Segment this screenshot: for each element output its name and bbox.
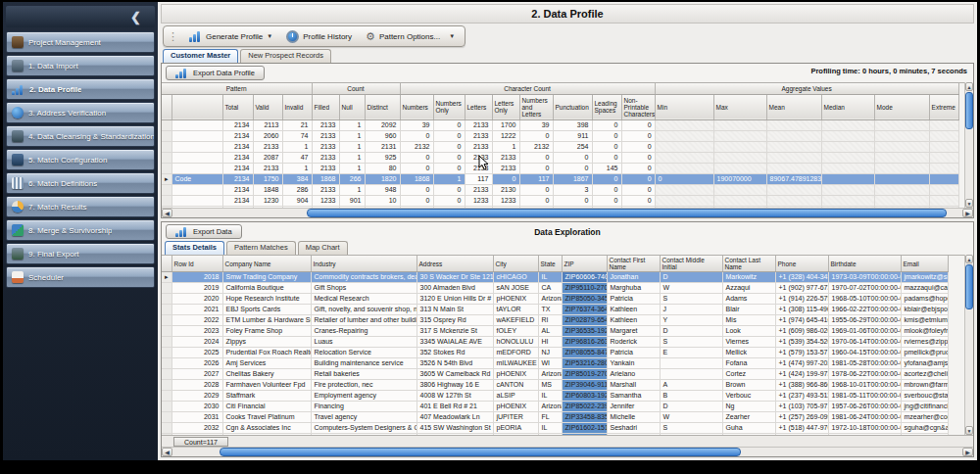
cell[interactable] bbox=[172, 152, 222, 163]
cell[interactable]: Medical Research bbox=[311, 294, 416, 305]
column-header[interactable]: ZIP bbox=[562, 256, 607, 272]
cell[interactable]: TX bbox=[538, 305, 562, 315]
column-header[interactable]: Null bbox=[339, 94, 365, 119]
cell[interactable]: 1972-10-18T00:00:00-05:00 bbox=[828, 423, 901, 434]
cell[interactable]: 2130 bbox=[492, 184, 519, 195]
cell[interactable]: ZIP76374-3642 bbox=[562, 305, 607, 315]
profile-row[interactable]: ▸Code21341750384186826618201868111701171… bbox=[162, 173, 958, 184]
cell[interactable]: 2031 bbox=[172, 412, 222, 423]
column-header[interactable]: Non-Printable Characters bbox=[621, 94, 655, 119]
cell[interactable]: 4008 W 127th St bbox=[416, 391, 493, 402]
column-header[interactable]: Numbers bbox=[400, 94, 433, 119]
sidebar-item-2-data-profile[interactable]: 2. Data Profile bbox=[6, 78, 155, 100]
collapse-chevron-icon[interactable]: ❮ bbox=[130, 10, 141, 24]
cell[interactable]: 1233 bbox=[492, 195, 519, 206]
column-header[interactable]: Mean bbox=[766, 94, 821, 119]
cell[interactable] bbox=[713, 184, 766, 195]
cell[interactable]: 1750 bbox=[253, 173, 282, 184]
cell[interactable]: 0 bbox=[621, 119, 655, 130]
cell[interactable]: 0 bbox=[519, 163, 553, 173]
cell[interactable]: +1 (914) 226-5751 bbox=[775, 294, 828, 305]
cell[interactable]: 2134 bbox=[222, 141, 253, 152]
cell[interactable]: Cooks Travel Platinum bbox=[222, 412, 311, 423]
cell[interactable]: 3345 WAIALAE AVE bbox=[416, 337, 493, 348]
profile-row[interactable]: 213418482862133194800213321300300 bbox=[162, 184, 958, 195]
cell[interactable]: FL bbox=[538, 412, 562, 423]
cell[interactable] bbox=[713, 195, 766, 206]
cell[interactable]: 190070000 bbox=[713, 173, 766, 184]
column-header[interactable]: Contact Middle Initial bbox=[660, 256, 722, 272]
column-header[interactable] bbox=[172, 94, 222, 119]
cell[interactable]: 0 bbox=[621, 130, 655, 141]
cell[interactable] bbox=[172, 163, 222, 173]
sidebar-item-5-match-configuration[interactable]: 5. Match Configuration bbox=[6, 149, 155, 170]
tab-pattern-matches[interactable]: Pattern Matches bbox=[226, 241, 296, 255]
cell[interactable]: 0 bbox=[400, 206, 433, 208]
scroll-down-icon[interactable]: ▼ bbox=[965, 199, 973, 208]
cell[interactable]: 948 bbox=[365, 184, 400, 195]
pattern-options-button[interactable]: ⚙ Pattern Options... bbox=[361, 29, 445, 44]
exploration-row[interactable]: 2027Chelitas BakeryRetail bakeries3605 W… bbox=[162, 369, 948, 380]
cell[interactable]: ETM Lumber & Hardware Supplies bbox=[222, 315, 311, 326]
cell[interactable]: 401 E Bell Rd # 21 bbox=[416, 402, 493, 412]
cell[interactable]: 0 bbox=[592, 195, 621, 206]
cell[interactable]: Azzaqui bbox=[722, 283, 775, 294]
cell[interactable]: 2026 bbox=[172, 358, 222, 369]
cell[interactable]: D bbox=[660, 272, 722, 283]
cell[interactable]: 0 bbox=[400, 152, 433, 163]
cell[interactable] bbox=[660, 369, 722, 380]
cell[interactable]: ZIP96816-2632 bbox=[562, 337, 607, 348]
cell[interactable]: 960 bbox=[365, 130, 400, 141]
sidebar-item-project-management[interactable]: Project Management bbox=[6, 31, 155, 53]
cell[interactable]: 2113 bbox=[253, 119, 282, 130]
cell[interactable]: 0 bbox=[400, 163, 433, 173]
cell[interactable]: 2133 bbox=[312, 206, 339, 208]
cell[interactable]: 0 bbox=[553, 195, 592, 206]
cell[interactable]: 2134 bbox=[222, 119, 253, 130]
cell[interactable]: ZIP61602-1514 bbox=[562, 423, 607, 434]
cell[interactable]: Sholanda bbox=[607, 434, 660, 436]
cell[interactable]: rviernes@zippy bbox=[901, 337, 948, 348]
cell[interactable]: 39 bbox=[400, 119, 433, 130]
cell[interactable]: 0 bbox=[621, 195, 655, 206]
cell[interactable]: 2132 bbox=[519, 141, 553, 152]
profile-history-button[interactable]: Profile History bbox=[281, 28, 357, 45]
cell[interactable] bbox=[874, 206, 929, 208]
cell[interactable]: Jennifer bbox=[607, 402, 660, 412]
column-header[interactable]: Min bbox=[655, 94, 713, 119]
cell[interactable]: 0 bbox=[519, 206, 553, 208]
exploration-row[interactable]: 2020Hope Research InstituteMedical Resea… bbox=[162, 294, 948, 305]
cell[interactable]: 1970-07-02T00:00:00-05:00 bbox=[828, 283, 901, 294]
cell[interactable] bbox=[172, 184, 222, 195]
cell[interactable]: 2133 bbox=[492, 163, 519, 173]
exploration-vertical-scrollbar[interactable]: ▲ ▼ bbox=[964, 255, 973, 435]
cell[interactable]: 2133 bbox=[312, 152, 339, 163]
cell[interactable]: mlook@foleyfr bbox=[901, 326, 948, 337]
cell[interactable]: wAKEFIELD bbox=[493, 315, 538, 326]
cell[interactable]: +1 (388) 966-8663 bbox=[775, 380, 828, 391]
cell[interactable]: 2030 bbox=[172, 402, 222, 412]
cell[interactable]: 145 bbox=[592, 163, 621, 173]
column-header[interactable]: Leading Spaces bbox=[592, 94, 621, 119]
cell[interactable]: 591 bbox=[282, 206, 312, 208]
export-data-button[interactable]: Export Data bbox=[166, 224, 242, 239]
cell[interactable]: Margaret bbox=[607, 326, 660, 337]
profile-row[interactable]: 21342133121331800021332133001450 bbox=[162, 163, 958, 173]
cell[interactable]: 1970-06-14T00:00:00-05:00 bbox=[828, 337, 901, 348]
column-header[interactable]: Max bbox=[713, 94, 766, 119]
cell[interactable]: 300 Almaden Blvd bbox=[416, 283, 493, 294]
cell[interactable] bbox=[766, 206, 821, 208]
cell[interactable]: 0 bbox=[433, 119, 465, 130]
cell[interactable]: 1700 bbox=[492, 119, 519, 130]
cell[interactable]: 0 bbox=[592, 130, 621, 141]
cell[interactable]: 1230 bbox=[253, 195, 282, 206]
cell[interactable]: 0 bbox=[400, 130, 433, 141]
cell[interactable]: Shoes-Retail bbox=[311, 434, 416, 436]
cell[interactable]: Cortez bbox=[722, 369, 775, 380]
column-header[interactable]: Contact First Name bbox=[607, 256, 660, 272]
column-header[interactable]: Phone bbox=[775, 256, 828, 272]
cell[interactable]: sguha@cgn&a bbox=[901, 423, 948, 434]
cell[interactable]: 0 bbox=[400, 195, 433, 206]
sidebar-item-1-data-import[interactable]: 1. Data Import bbox=[6, 55, 155, 76]
column-header[interactable]: Extreme bbox=[929, 94, 958, 119]
